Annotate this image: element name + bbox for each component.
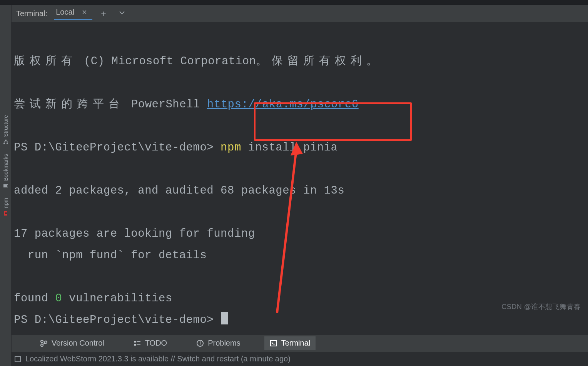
svg-rect-12 <box>134 344 136 346</box>
close-icon[interactable]: × <box>78 7 91 17</box>
svg-rect-1 <box>7 143 8 144</box>
shell: Structure Bookmarks npm Terminal: Local … <box>0 5 588 366</box>
cursor-block <box>221 312 228 324</box>
chevron-down-icon[interactable] <box>115 9 129 18</box>
tab-version-control[interactable]: Version Control <box>35 336 110 350</box>
main-column: Terminal: Local × ＋ 版权所有 (C) Microsoft C… <box>12 5 588 366</box>
bookmark-icon <box>3 183 8 189</box>
svg-rect-13 <box>137 344 140 345</box>
svg-rect-10 <box>134 341 136 343</box>
svg-rect-15 <box>200 341 200 344</box>
svg-rect-0 <box>3 143 5 144</box>
toolwindow-bookmarks[interactable]: Bookmarks <box>3 152 9 191</box>
toolwindow-structure-label: Structure <box>3 115 9 137</box>
tab-problems-label: Problems <box>208 339 240 348</box>
left-tool-strip: Structure Bookmarks npm <box>0 5 12 366</box>
terminal-body[interactable]: 版权所有 (C) Microsoft Corporation。保留所有权利。 尝… <box>12 22 588 334</box>
copyright-cjk-pre: 版权所有 <box>14 55 77 68</box>
prompt2-ps: PS <box>14 314 35 326</box>
found-zero: 0 <box>55 292 62 305</box>
funding-line2: run `npm fund` for details <box>14 249 207 262</box>
terminal-tab-local[interactable]: Local × <box>54 7 92 20</box>
toolwindow-npm[interactable]: npm <box>3 196 9 218</box>
status-text[interactable]: Localized WebStorm 2021.3.3 is available… <box>25 354 291 363</box>
found-pre: found <box>14 292 55 305</box>
watermark: CSDN @谁不想飞舞青春 <box>501 302 581 311</box>
tab-terminal-label: Terminal <box>281 339 311 348</box>
status-indicator-icon[interactable] <box>15 356 21 362</box>
tab-problems[interactable]: Problems <box>191 336 246 350</box>
copyright-cjk-post: 。保留所有权利。 <box>256 55 382 68</box>
title-bar-strip <box>0 0 588 5</box>
prompt1-ps: PS <box>14 141 35 154</box>
toolwindow-bookmarks-label: Bookmarks <box>3 154 9 181</box>
funding-line1: 17 packages are looking for funding <box>14 227 255 240</box>
cmd-rest: install pinia <box>241 141 338 154</box>
bottom-toolwindow-bar: Version Control TODO Problems Terminal <box>12 334 588 352</box>
todo-icon <box>134 339 141 347</box>
terminal-title: Terminal: <box>16 9 51 18</box>
cmd-npm: npm <box>220 141 241 154</box>
prompt2-path: D:\GiteeProject\vite-demo> <box>35 314 214 326</box>
problems-icon <box>196 339 204 347</box>
toolwindow-structure[interactable]: Structure <box>3 113 9 147</box>
tab-vcs-label: Version Control <box>52 339 104 348</box>
npm-icon <box>3 211 8 216</box>
prompt1-path: D:\GiteeProject\vite-demo> <box>35 141 214 154</box>
svg-rect-17 <box>271 341 277 346</box>
tab-todo-label: TODO <box>145 339 167 348</box>
console-output: 版权所有 (C) Microsoft Corporation。保留所有权利。 尝… <box>14 29 585 334</box>
tab-terminal[interactable]: Terminal <box>264 336 316 350</box>
status-bar: Localized WebStorm 2021.3.3 is available… <box>12 352 588 366</box>
terminal-tabs: Terminal: Local × ＋ <box>12 5 588 22</box>
terminal-icon <box>270 339 277 347</box>
pscore-link[interactable]: https://aka.ms/pscore6 <box>207 98 359 111</box>
structure-icon <box>3 139 8 145</box>
svg-rect-11 <box>137 341 140 342</box>
svg-rect-16 <box>200 344 200 345</box>
copyright-en: (C) Microsoft Corporation <box>84 55 256 68</box>
tab-todo[interactable]: TODO <box>128 336 172 350</box>
svg-point-7 <box>41 340 43 343</box>
add-terminal-button[interactable]: ＋ <box>95 8 112 19</box>
found-post: vulnerabilities <box>62 292 172 305</box>
branch-icon <box>40 339 48 347</box>
toolwindow-npm-label: npm <box>3 198 9 208</box>
added-line: added 2 packages, and audited 68 package… <box>14 184 344 197</box>
try-cjk: 尝试新的跨平台 <box>14 98 124 111</box>
terminal-tab-label: Local <box>56 8 74 17</box>
try-en: PowerShell <box>131 98 200 111</box>
svg-rect-4 <box>5 212 7 214</box>
